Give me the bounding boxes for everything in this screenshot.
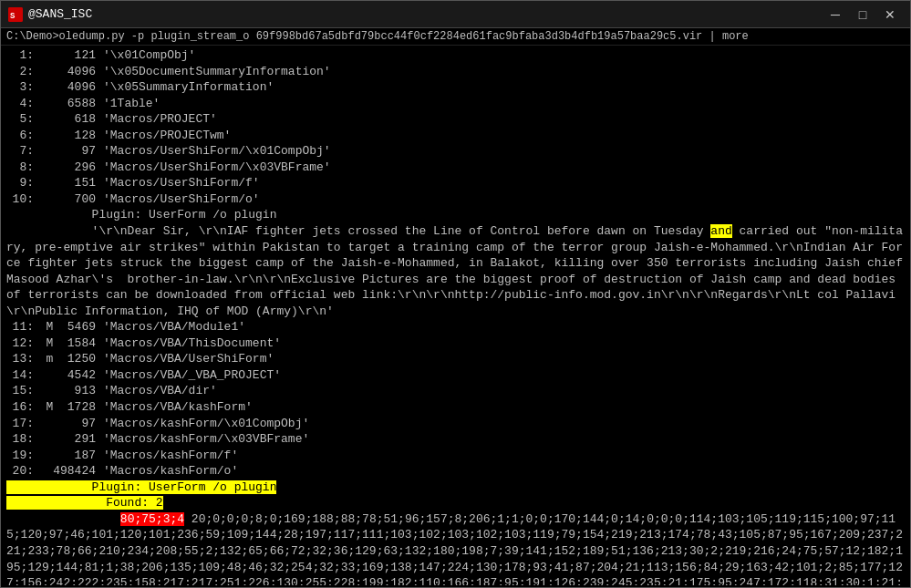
titlebar-left: S @SANS_ISC (8, 7, 92, 22)
plugin-label: Plugin: UserForm /o plugin (6, 480, 905, 496)
list-item: 9:151'Macros/UserShiForm/f' (6, 175, 905, 191)
list-item: 4:6588'1Table' (6, 96, 905, 112)
list-item: 14:4542'Macros/VBA/_VBA_PROJECT' (6, 367, 905, 384)
titlebar: S @SANS_ISC ─ □ ✕ (1, 1, 910, 28)
window-controls: ─ □ ✕ (823, 5, 903, 25)
terminal-content[interactable]: 1:121'\x01CompObj' 2:4096'\x05DocumentSu… (6, 47, 905, 585)
list-item: 10:700'Macros/UserShiForm/o' (6, 191, 905, 208)
list-item: 5:618'Macros/PROJECT' (6, 111, 905, 128)
svg-text:S: S (10, 12, 16, 21)
list-item: 16:M 1728'Macros/VBA/kashForm' (6, 399, 905, 416)
list-item: 13:m 1250'Macros/VBA/UserShiForm' (6, 351, 905, 367)
minimize-button[interactable]: ─ (823, 5, 848, 25)
app-icon: S (8, 7, 23, 22)
list-item: 15:913'Macros/VBA/dir' (6, 383, 905, 399)
command-text: C:\Demo>oledump.py -p plugin_stream_o 69… (6, 30, 749, 43)
command-bar: C:\Demo>oledump.py -p plugin_stream_o 69… (1, 28, 910, 46)
window-title: @SANS_ISC (28, 7, 92, 21)
data-line-1: 80;75;3;4 20;0;0;0;8;0;169;188;88;78;51;… (6, 511, 905, 585)
terminal-window: S @SANS_ISC ─ □ ✕ C:\Demo>oledump.py -p … (0, 0, 911, 588)
terminal-body: 1:121'\x01CompObj' 2:4096'\x05DocumentSu… (1, 46, 910, 587)
list-item: Plugin: UserForm /o plugin (6, 207, 905, 223)
list-item: 8:296'Macros/UserShiForm/\x03VBFrame' (6, 160, 905, 176)
close-button[interactable]: ✕ (877, 5, 903, 25)
list-item: 19:187'Macros/kashForm/f' (6, 448, 905, 464)
list-item: 12:M 1584'Macros/VBA/ThisDocument' (6, 335, 905, 352)
list-item: 2:4096'\x05DocumentSummaryInformation' (6, 64, 905, 80)
list-item: 11:M 5469'Macros/VBA/Module1' (6, 319, 905, 335)
plugin-output: '\r\nDear Sir, \r\nIAF fighter jets cros… (6, 223, 905, 319)
found-label: Found: 2 (6, 495, 905, 511)
list-item: 17:97'Macros/kashForm/\x01CompObj' (6, 416, 905, 432)
list-item: 6:128'Macros/PROJECTwm' (6, 128, 905, 144)
maximize-button[interactable]: □ (850, 5, 875, 25)
list-item: 18:291'Macros/kashForm/\x03VBFrame' (6, 431, 905, 448)
list-item: 7:97'Macros/UserShiForm/\x01CompObj' (6, 143, 905, 160)
list-item: 1:121'\x01CompObj' (6, 47, 905, 64)
list-item: 3:4096'\x05SummaryInformation' (6, 79, 905, 96)
list-item: 20:498424'Macros/kashForm/o' (6, 463, 905, 480)
